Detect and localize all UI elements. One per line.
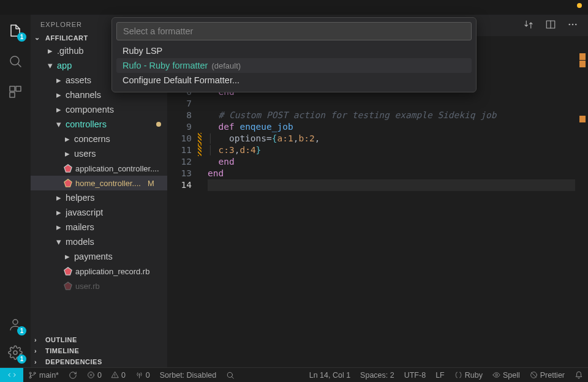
outline-section[interactable]: ›OUTLINE	[31, 334, 167, 345]
braces-icon	[454, 371, 462, 379]
quickpick-input[interactable]	[116, 22, 472, 40]
explorer-badge: 1	[17, 32, 26, 42]
folder-components[interactable]: ▸components	[31, 102, 167, 117]
svg-rect-3	[10, 92, 15, 97]
git-branch-status[interactable]: main*	[23, 371, 64, 380]
quickpick-list: Ruby LSP Rufo - Ruby formatter(default) …	[116, 43, 472, 88]
folder-controllers[interactable]: ▾controllers	[31, 117, 167, 132]
chevron-right-icon: ›	[34, 336, 43, 343]
sync-status[interactable]	[64, 371, 82, 380]
search-tab-icon[interactable]	[7, 53, 24, 70]
encoding-status[interactable]: UTF-8	[399, 371, 431, 380]
svg-rect-1	[10, 86, 15, 91]
more-icon[interactable]	[567, 19, 578, 32]
svg-point-10	[29, 372, 31, 374]
ruby-icon	[64, 179, 72, 187]
eol-status[interactable]: LF	[431, 371, 450, 380]
file-application-record[interactable]: application_record.rb	[31, 264, 167, 279]
language-status[interactable]: Ruby	[450, 371, 488, 380]
extensions-tab-icon[interactable]	[7, 83, 24, 100]
folder-users[interactable]: ▸users	[31, 146, 167, 161]
svg-point-12	[34, 372, 36, 374]
error-icon	[87, 371, 95, 379]
svg-point-11	[29, 376, 31, 378]
status-bar: main* 0 0 0 Sorbet: Disabled Ln 14, Col …	[0, 367, 588, 382]
sorbet-status[interactable]: Sorbet: Disabled	[155, 371, 221, 380]
ports-status[interactable]: 0	[130, 371, 155, 380]
errors-status[interactable]: 0 0	[82, 371, 130, 380]
prettier-status[interactable]: Prettier	[525, 371, 570, 380]
settings-badge: 1	[17, 354, 26, 364]
ruby-icon	[64, 282, 72, 290]
quickpick-item-rufo[interactable]: Rufo - Ruby formatter(default)	[116, 58, 472, 73]
accounts-badge: 1	[17, 326, 26, 335]
folder-mailers[interactable]: ▸mailers	[31, 220, 167, 234]
svg-point-7	[569, 24, 570, 25]
folder-payments[interactable]: ▸payments	[31, 249, 167, 264]
accounts-icon[interactable]: 1	[7, 316, 24, 333]
chevron-down-icon: ⌄	[34, 34, 43, 42]
eye-icon	[492, 371, 500, 379]
remote-indicator[interactable]	[0, 368, 23, 382]
indent-status[interactable]: Spaces: 2	[355, 371, 399, 380]
activity-bar: 1 1 1	[0, 15, 31, 367]
antenna-icon	[135, 371, 143, 379]
folder-concerns[interactable]: ▸concerns	[31, 132, 167, 146]
timeline-section[interactable]: ›TIMELINE	[31, 345, 167, 356]
branch-icon	[28, 371, 37, 380]
folder-models[interactable]: ▾models	[31, 234, 167, 249]
explorer-tab-icon[interactable]: 1	[7, 22, 24, 39]
ruby-icon	[64, 267, 72, 275]
svg-point-16	[496, 374, 497, 376]
folder-javascript[interactable]: ▸javascript	[31, 205, 167, 220]
search-icon	[226, 371, 235, 380]
quickpick-item-ruby-lsp[interactable]: Ruby LSP	[116, 43, 472, 58]
modified-dot-icon	[156, 122, 161, 127]
warning-icon	[111, 371, 119, 379]
spell-status[interactable]: Spell	[488, 371, 525, 380]
window-minimize-dot[interactable]	[577, 3, 582, 8]
folder-helpers[interactable]: ▸helpers	[31, 190, 167, 205]
dependencies-section[interactable]: ›DEPENDENCIES	[31, 356, 167, 367]
compare-icon[interactable]	[523, 19, 534, 32]
title-bar	[0, 0, 588, 15]
notifications-icon[interactable]	[570, 371, 588, 380]
zoom-status[interactable]	[221, 371, 239, 380]
disabled-icon	[530, 371, 538, 379]
svg-point-9	[576, 24, 577, 25]
chevron-right-icon: ›	[34, 347, 43, 354]
file-user-rb[interactable]: user.rb	[31, 279, 167, 293]
settings-gear-icon[interactable]: 1	[7, 344, 24, 361]
file-application-controller[interactable]: application_controller....	[31, 161, 167, 176]
svg-point-4	[13, 320, 18, 324]
modified-marker: M	[148, 179, 154, 188]
ruby-icon	[64, 164, 72, 173]
quickpick-item-configure[interactable]: Configure Default Formatter...	[116, 73, 472, 88]
cursor-position[interactable]: Ln 14, Col 1	[304, 371, 355, 380]
svg-rect-2	[16, 86, 21, 91]
file-home-controller[interactable]: home_controller....M	[31, 176, 167, 190]
sync-icon	[69, 371, 77, 380]
chevron-right-icon: ›	[34, 358, 43, 365]
svg-point-8	[572, 24, 573, 25]
split-editor-icon[interactable]	[545, 19, 556, 32]
formatter-quickpick: Ruby LSP Rufo - Ruby formatter(default) …	[111, 17, 477, 92]
svg-point-5	[13, 351, 17, 354]
